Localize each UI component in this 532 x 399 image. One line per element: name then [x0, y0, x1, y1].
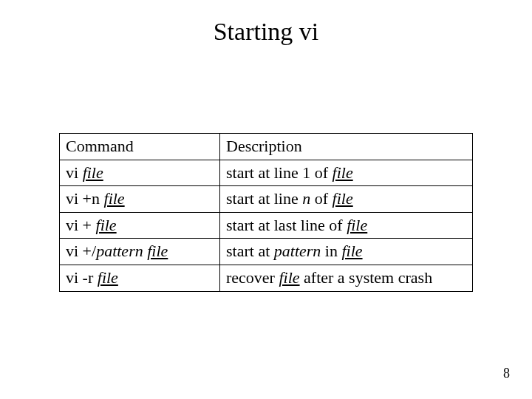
table-row: vi +/pattern filestart at pattern in fil…: [60, 239, 473, 265]
text-segment: file: [341, 242, 362, 260]
command-cell: vi file: [60, 160, 220, 186]
text-segment: start at line: [226, 189, 302, 208]
table-row: vi filestart at line 1 of file: [60, 160, 473, 186]
description-cell: start at line 1 of file: [220, 160, 473, 186]
text-segment: of: [310, 189, 332, 208]
header-description: Description: [220, 134, 473, 160]
command-cell: vi + file: [60, 212, 220, 239]
command-cell: vi +n file: [60, 186, 220, 213]
text-segment: n: [302, 189, 310, 208]
text-segment: recover: [226, 268, 279, 287]
text-segment: file: [98, 268, 118, 287]
table-row: vi + filestart at last line of file: [60, 212, 473, 239]
table-row: vi +n filestart at line n of file: [60, 186, 473, 213]
text-segment: vi: [66, 163, 83, 182]
description-cell: recover file after a system crash: [220, 265, 473, 291]
text-segment: file: [279, 268, 299, 287]
slide-title: Starting vi: [0, 18, 532, 46]
text-segment: vi +n: [66, 189, 104, 208]
text-segment: vi +/: [66, 242, 96, 260]
description-cell: start at last line of file: [220, 212, 473, 239]
description-cell: start at pattern in file: [220, 239, 473, 265]
header-command: Command: [60, 134, 220, 160]
command-cell: vi +/pattern file: [60, 239, 220, 265]
text-segment: file: [104, 189, 125, 208]
command-table: Command Description vi filestart at line…: [59, 133, 473, 292]
text-segment: file: [332, 189, 353, 208]
slide: Starting vi Command Description vi files…: [0, 0, 532, 399]
command-cell: vi -r file: [60, 265, 220, 291]
text-segment: start at line 1 of: [226, 163, 332, 182]
command-table-wrap: Command Description vi filestart at line…: [59, 133, 473, 292]
text-segment: vi -r: [66, 268, 98, 287]
table-row: vi -r filerecover file after a system cr…: [60, 265, 473, 291]
text-segment: start at: [226, 242, 274, 260]
text-segment: file: [147, 242, 168, 260]
table-header-row: Command Description: [60, 134, 473, 160]
text-segment: pattern: [96, 242, 143, 260]
text-segment: after a system crash: [300, 268, 433, 287]
text-segment: file: [83, 163, 103, 182]
text-segment: file: [332, 163, 353, 182]
text-segment: start at last line of: [226, 216, 347, 234]
description-cell: start at line n of file: [220, 186, 473, 213]
text-segment: pattern: [274, 242, 321, 260]
text-segment: vi +: [66, 216, 96, 234]
text-segment: in: [321, 242, 341, 260]
page-number: 8: [503, 366, 510, 381]
text-segment: file: [347, 216, 367, 234]
text-segment: file: [96, 216, 117, 234]
